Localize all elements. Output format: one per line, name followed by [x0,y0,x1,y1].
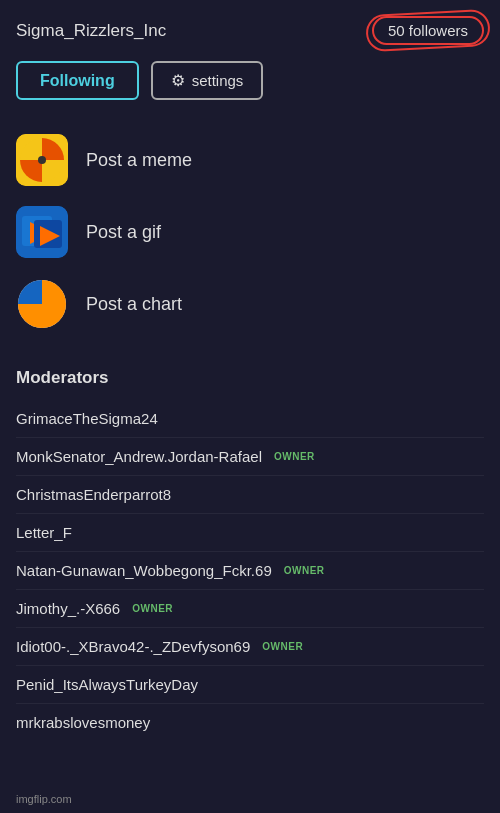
moderator-name: mrkrabslovesmoney [16,714,150,731]
moderator-item[interactable]: Jimothy_.-X666 OWNER [16,590,484,628]
footer-credit: imgflip.com [16,793,72,805]
moderators-section-title: Moderators [16,368,484,388]
moderator-name: Letter_F [16,524,72,541]
owner-badge: OWNER [274,451,315,462]
moderator-name: Natan-Gunawan_Wobbegong_Fckr.69 [16,562,272,579]
svg-point-1 [38,156,46,164]
chart-icon [16,278,68,330]
post-chart-item[interactable]: Post a chart [16,268,484,340]
moderator-item[interactable]: Idiot00-._XBravo42-._ZDevfyson69 OWNER [16,628,484,666]
owner-badge: OWNER [132,603,173,614]
moderator-name: Jimothy_.-X666 [16,600,120,617]
post-gif-label: Post a gif [86,222,161,243]
moderator-item[interactable]: Letter_F [16,514,484,552]
moderator-item[interactable]: MonkSenator_Andrew.Jordan-Rafael OWNER [16,438,484,476]
moderator-name: Penid_ItsAlwaysTurkeyDay [16,676,198,693]
post-actions-list: Post a meme Post a gif Post a chart [16,124,484,340]
owner-badge: OWNER [284,565,325,576]
username: Sigma_Rizzlers_Inc [16,21,166,41]
post-meme-item[interactable]: Post a meme [16,124,484,196]
following-button[interactable]: Following [16,61,139,100]
moderator-item[interactable]: GrimaceTheSigma24 [16,400,484,438]
moderator-name: ChristmasEnderparrot8 [16,486,171,503]
gif-icon [16,206,68,258]
meme-icon [16,134,68,186]
moderator-item[interactable]: Natan-Gunawan_Wobbegong_Fckr.69 OWNER [16,552,484,590]
gear-icon: ⚙ [171,71,185,90]
moderator-item[interactable]: ChristmasEnderparrot8 [16,476,484,514]
moderator-name: GrimaceTheSigma24 [16,410,158,427]
moderator-item[interactable]: Penid_ItsAlwaysTurkeyDay [16,666,484,704]
post-meme-label: Post a meme [86,150,192,171]
owner-badge: OWNER [262,641,303,652]
settings-button[interactable]: ⚙ settings [151,61,264,100]
header-row: Sigma_Rizzlers_Inc 50 followers [16,16,484,45]
post-chart-label: Post a chart [86,294,182,315]
settings-label: settings [192,72,244,89]
moderator-list: GrimaceTheSigma24 MonkSenator_Andrew.Jor… [16,400,484,741]
moderator-item[interactable]: mrkrabslovesmoney [16,704,484,741]
action-row: Following ⚙ settings [16,61,484,100]
followers-badge[interactable]: 50 followers [372,16,484,45]
moderator-name: Idiot00-._XBravo42-._ZDevfyson69 [16,638,250,655]
post-gif-item[interactable]: Post a gif [16,196,484,268]
moderator-name: MonkSenator_Andrew.Jordan-Rafael [16,448,262,465]
